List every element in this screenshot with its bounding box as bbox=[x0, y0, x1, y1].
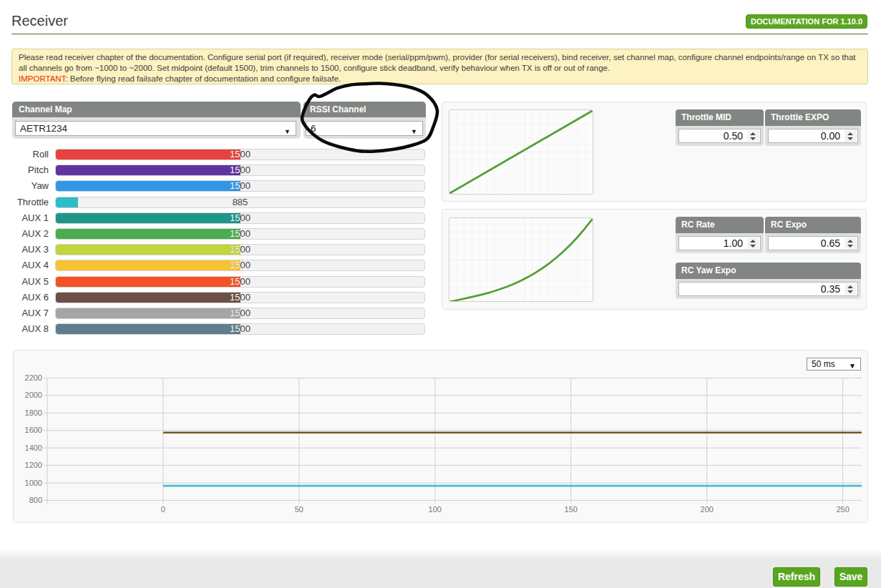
svg-text:2200: 2200 bbox=[25, 373, 42, 382]
svg-text:2000: 2000 bbox=[25, 391, 42, 399]
svg-text:1000: 1000 bbox=[25, 479, 42, 487]
svg-text:250: 250 bbox=[836, 505, 849, 514]
svg-text:200: 200 bbox=[701, 505, 714, 514]
svg-text:150: 150 bbox=[565, 505, 578, 514]
svg-text:50: 50 bbox=[295, 505, 303, 514]
svg-text:1800: 1800 bbox=[25, 408, 42, 417]
svg-text:1400: 1400 bbox=[25, 444, 42, 452]
svg-text:1600: 1600 bbox=[25, 426, 42, 434]
svg-text:0: 0 bbox=[161, 505, 165, 514]
svg-text:1200: 1200 bbox=[25, 461, 42, 469]
svg-text:800: 800 bbox=[29, 496, 42, 504]
svg-text:100: 100 bbox=[429, 505, 442, 514]
